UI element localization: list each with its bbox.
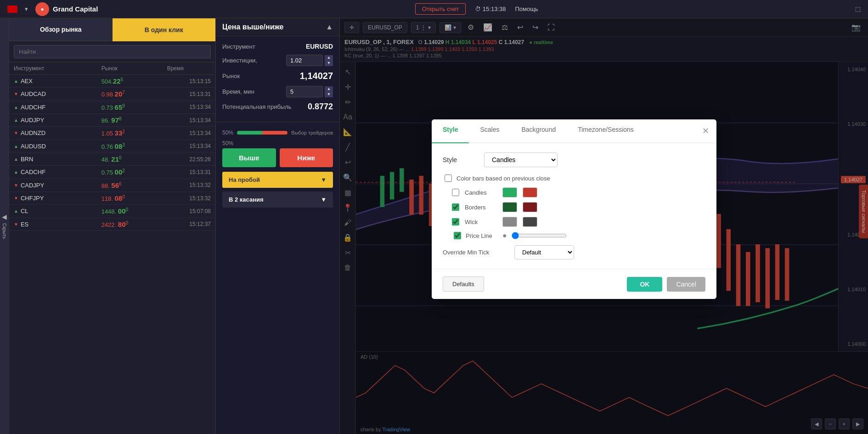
candles-color-up[interactable] [502, 187, 517, 197]
instrument-row[interactable]: ▼ AUDCAD 0.98 207 15:13:31 [9, 88, 215, 101]
inst-name-text: CADCHF [21, 169, 45, 175]
left-panel: Обзор рынка В один клик Инструмент Рынок… [9, 18, 216, 434]
btn-lower[interactable]: Ниже [280, 148, 333, 167]
price-panel-title: Цена выше/ниже [222, 23, 284, 31]
instrument-row[interactable]: ▼ AUDNZD 1.05 332 15:13:34 [9, 127, 215, 140]
inst-price-sup: 0 [126, 220, 129, 225]
col-market: Рынок [101, 65, 167, 72]
table-header: Инструмент Рынок Время [9, 62, 215, 75]
price-line-slider[interactable] [512, 232, 567, 239]
bottom-sections: На пробой ▼ В 2 касания ▼ [216, 167, 339, 212]
color-bars-label: Color bars based on previous close [457, 175, 550, 182]
price-line-checkbox[interactable] [454, 232, 461, 239]
dialog-close-button[interactable]: ✕ [695, 119, 716, 142]
wick-checkbox[interactable] [452, 218, 459, 225]
inst-price-sup: 5 [121, 77, 124, 82]
inst-time: 15:12:37 [167, 221, 211, 227]
instrument-row[interactable]: ▼ CHFJPY 118. 080 15:13:32 [9, 192, 215, 205]
section-kasaniya-button[interactable]: В 2 касания ▼ [222, 192, 333, 208]
cancel-button[interactable]: Cancel [667, 277, 705, 292]
instrument-row[interactable]: ▲ AUDUSD 0.76 083 15:13:34 [9, 140, 215, 153]
main-layout: ◀ Скрыть Обзор рынка В один клик Инструм… [0, 18, 868, 434]
inst-name: ▼ ES [14, 221, 101, 228]
instrument-row[interactable]: ▲ AUDJPY 86. 978 15:13:34 [9, 114, 215, 127]
tab-style[interactable]: Style [432, 119, 469, 143]
instrument-row[interactable]: ▼ ES 2422. 800 15:12:37 [9, 218, 215, 231]
price-line-label: Price Line [466, 232, 498, 239]
time-input[interactable] [286, 86, 323, 97]
override-select[interactable]: Default 0.00001 0.0001 0.001 [514, 245, 574, 259]
wick-color-up[interactable] [502, 217, 517, 227]
style-select-input[interactable]: Candles Bars Line Area [484, 152, 558, 167]
section-proboi-button[interactable]: На пробой ▼ [222, 172, 333, 188]
middle-panel: Цена выше/ниже ▲ Инструмент EURUSD Инвес… [216, 18, 340, 434]
time-spin-up[interactable]: ▲ [325, 86, 333, 92]
defaults-button[interactable]: Defaults [443, 276, 484, 292]
style-select-label: Style [443, 156, 484, 163]
candles-color-row: Candles [452, 187, 705, 197]
inst-direction-icon: ▼ [14, 183, 18, 188]
instrument-row[interactable]: ▲ BRN 48. 210 22:55:26 [9, 153, 215, 166]
inst-time: 15:07:08 [167, 208, 211, 214]
inst-price-sup: 9 [122, 103, 125, 108]
open-account-button[interactable]: Открыть счет [415, 3, 466, 15]
instrument-row[interactable]: ▲ CADCHF 0.75 002 15:13:31 [9, 166, 215, 179]
col-time: Время [167, 65, 211, 72]
tab-scales[interactable]: Scales [469, 119, 510, 143]
inst-price-main: 48. [101, 156, 112, 163]
ok-button[interactable]: OK [627, 277, 662, 292]
btn-higher[interactable]: Выше [222, 148, 276, 167]
wick-color-down[interactable] [523, 217, 537, 227]
inst-direction-icon: ▲ [14, 118, 18, 123]
tab-timezone[interactable]: Timezone/Sessions [567, 119, 645, 143]
tab-oneclick[interactable]: В один клик [113, 18, 216, 41]
inst-direction-icon: ▼ [14, 91, 18, 96]
investment-input[interactable] [286, 55, 323, 66]
color-rows: Candles Borders [452, 187, 705, 240]
inst-time: 15:13:34 [167, 130, 211, 136]
inst-price-sup: 8 [119, 116, 122, 121]
profit-value: 0.8772 [308, 102, 333, 112]
borders-color-down[interactable] [523, 202, 537, 212]
section-proboi-arrow: ▼ [321, 176, 327, 183]
language-selector[interactable]: ▾ [25, 6, 28, 12]
borders-label: Borders [465, 204, 497, 211]
color-bars-checkbox[interactable] [445, 175, 452, 182]
inst-name: ▲ AUDCHF [14, 104, 101, 111]
inst-time: 15:13:34 [167, 143, 211, 149]
price-panel-header: Цена выше/ниже ▲ [216, 18, 339, 36]
inst-name-text: CADJPY [21, 182, 44, 189]
inst-price-sup: 6 [119, 181, 122, 186]
price-form: Инструмент EURUSD Инвестиции, ▲ ▼ Рынок … [216, 36, 339, 118]
investment-spin-up[interactable]: ▲ [325, 55, 333, 61]
topbar-center: Открыть счет ⏱ 15:13:38 Помощь [105, 3, 848, 15]
price-panel-collapse-button[interactable]: ▲ [326, 23, 333, 31]
search-input[interactable] [14, 45, 211, 58]
investment-input-box: ▲ ▼ [286, 55, 333, 66]
inst-price: 0.98 207 [101, 90, 167, 98]
choice-bar-inner [237, 131, 287, 135]
section-kasaniya-arrow: ▼ [321, 196, 327, 203]
borders-color-row: Borders [452, 202, 705, 212]
candles-checkbox[interactable] [452, 189, 459, 196]
instrument-row[interactable]: ▼ CADJPY 88. 566 15:13:32 [9, 179, 215, 192]
tab-market[interactable]: Обзор рынка [9, 18, 113, 41]
inst-price-main: 1.05 [101, 130, 115, 137]
borders-checkbox[interactable] [452, 203, 459, 211]
borders-color-up[interactable] [502, 202, 517, 212]
tab-background[interactable]: Background [511, 119, 567, 143]
investment-label: Инвестиции, [222, 57, 257, 64]
inst-direction-icon: ▼ [14, 196, 18, 201]
instrument-row[interactable]: ▲ AEX 504.225 15:13:15 [9, 75, 215, 88]
sidebar-toggle[interactable]: ◀ Скрыть [0, 18, 9, 434]
time-spin-down[interactable]: ▼ [325, 92, 333, 97]
candles-color-down[interactable] [523, 187, 537, 197]
logout-button[interactable]: ⬚ [855, 6, 861, 12]
investment-spin-down[interactable]: ▼ [325, 61, 333, 66]
instrument-row[interactable]: ▲ AUDCHF 0.73 659 15:13:34 [9, 101, 215, 114]
inst-direction-icon: ▲ [14, 79, 18, 84]
instrument-row[interactable]: ▲ CL 1448. 000 15:07:08 [9, 205, 215, 218]
flag-icon[interactable] [7, 6, 17, 13]
inst-direction-icon: ▲ [14, 105, 18, 110]
help-link[interactable]: Помощь [515, 6, 538, 12]
